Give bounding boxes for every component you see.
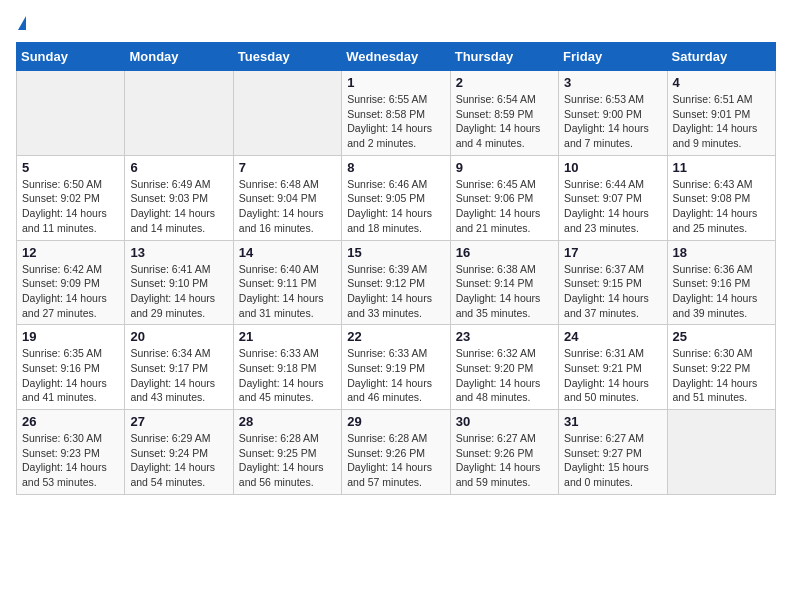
day-info: Sunrise: 6:29 AMSunset: 9:24 PMDaylight:… (130, 431, 227, 490)
day-number: 6 (130, 160, 227, 175)
day-header-monday: Monday (125, 43, 233, 71)
day-number: 16 (456, 245, 553, 260)
day-number: 21 (239, 329, 336, 344)
calendar-week-4: 19Sunrise: 6:35 AMSunset: 9:16 PMDayligh… (17, 325, 776, 410)
page-header (16, 16, 776, 30)
day-number: 30 (456, 414, 553, 429)
calendar-cell: 14Sunrise: 6:40 AMSunset: 9:11 PMDayligh… (233, 240, 341, 325)
day-info: Sunrise: 6:37 AMSunset: 9:15 PMDaylight:… (564, 262, 661, 321)
day-info: Sunrise: 6:40 AMSunset: 9:11 PMDaylight:… (239, 262, 336, 321)
calendar-cell: 11Sunrise: 6:43 AMSunset: 9:08 PMDayligh… (667, 155, 775, 240)
day-info: Sunrise: 6:42 AMSunset: 9:09 PMDaylight:… (22, 262, 119, 321)
calendar-cell (667, 410, 775, 495)
calendar-cell: 12Sunrise: 6:42 AMSunset: 9:09 PMDayligh… (17, 240, 125, 325)
calendar-cell: 20Sunrise: 6:34 AMSunset: 9:17 PMDayligh… (125, 325, 233, 410)
day-number: 18 (673, 245, 770, 260)
day-number: 4 (673, 75, 770, 90)
calendar-cell: 9Sunrise: 6:45 AMSunset: 9:06 PMDaylight… (450, 155, 558, 240)
day-info: Sunrise: 6:46 AMSunset: 9:05 PMDaylight:… (347, 177, 444, 236)
day-number: 24 (564, 329, 661, 344)
day-header-saturday: Saturday (667, 43, 775, 71)
day-info: Sunrise: 6:45 AMSunset: 9:06 PMDaylight:… (456, 177, 553, 236)
calendar-week-2: 5Sunrise: 6:50 AMSunset: 9:02 PMDaylight… (17, 155, 776, 240)
day-number: 12 (22, 245, 119, 260)
day-info: Sunrise: 6:36 AMSunset: 9:16 PMDaylight:… (673, 262, 770, 321)
calendar-cell: 10Sunrise: 6:44 AMSunset: 9:07 PMDayligh… (559, 155, 667, 240)
calendar-cell: 26Sunrise: 6:30 AMSunset: 9:23 PMDayligh… (17, 410, 125, 495)
day-info: Sunrise: 6:33 AMSunset: 9:19 PMDaylight:… (347, 346, 444, 405)
calendar-cell: 2Sunrise: 6:54 AMSunset: 8:59 PMDaylight… (450, 71, 558, 156)
calendar-table: SundayMondayTuesdayWednesdayThursdayFrid… (16, 42, 776, 495)
calendar-cell: 15Sunrise: 6:39 AMSunset: 9:12 PMDayligh… (342, 240, 450, 325)
day-header-thursday: Thursday (450, 43, 558, 71)
calendar-cell: 6Sunrise: 6:49 AMSunset: 9:03 PMDaylight… (125, 155, 233, 240)
day-number: 26 (22, 414, 119, 429)
day-number: 31 (564, 414, 661, 429)
day-info: Sunrise: 6:35 AMSunset: 9:16 PMDaylight:… (22, 346, 119, 405)
day-info: Sunrise: 6:28 AMSunset: 9:25 PMDaylight:… (239, 431, 336, 490)
day-info: Sunrise: 6:30 AMSunset: 9:23 PMDaylight:… (22, 431, 119, 490)
calendar-cell: 29Sunrise: 6:28 AMSunset: 9:26 PMDayligh… (342, 410, 450, 495)
day-info: Sunrise: 6:31 AMSunset: 9:21 PMDaylight:… (564, 346, 661, 405)
day-number: 8 (347, 160, 444, 175)
calendar-cell: 27Sunrise: 6:29 AMSunset: 9:24 PMDayligh… (125, 410, 233, 495)
calendar-cell: 4Sunrise: 6:51 AMSunset: 9:01 PMDaylight… (667, 71, 775, 156)
calendar-cell (233, 71, 341, 156)
day-header-sunday: Sunday (17, 43, 125, 71)
calendar-cell: 18Sunrise: 6:36 AMSunset: 9:16 PMDayligh… (667, 240, 775, 325)
day-number: 10 (564, 160, 661, 175)
day-info: Sunrise: 6:41 AMSunset: 9:10 PMDaylight:… (130, 262, 227, 321)
logo-triangle-icon (18, 16, 26, 30)
day-info: Sunrise: 6:51 AMSunset: 9:01 PMDaylight:… (673, 92, 770, 151)
day-info: Sunrise: 6:44 AMSunset: 9:07 PMDaylight:… (564, 177, 661, 236)
day-info: Sunrise: 6:27 AMSunset: 9:26 PMDaylight:… (456, 431, 553, 490)
day-number: 29 (347, 414, 444, 429)
calendar-week-3: 12Sunrise: 6:42 AMSunset: 9:09 PMDayligh… (17, 240, 776, 325)
calendar-cell: 24Sunrise: 6:31 AMSunset: 9:21 PMDayligh… (559, 325, 667, 410)
day-number: 20 (130, 329, 227, 344)
day-number: 19 (22, 329, 119, 344)
day-number: 22 (347, 329, 444, 344)
day-number: 5 (22, 160, 119, 175)
calendar-week-1: 1Sunrise: 6:55 AMSunset: 8:58 PMDaylight… (17, 71, 776, 156)
day-number: 2 (456, 75, 553, 90)
calendar-header-row: SundayMondayTuesdayWednesdayThursdayFrid… (17, 43, 776, 71)
day-info: Sunrise: 6:55 AMSunset: 8:58 PMDaylight:… (347, 92, 444, 151)
day-number: 28 (239, 414, 336, 429)
calendar-cell: 16Sunrise: 6:38 AMSunset: 9:14 PMDayligh… (450, 240, 558, 325)
day-number: 17 (564, 245, 661, 260)
calendar-cell: 31Sunrise: 6:27 AMSunset: 9:27 PMDayligh… (559, 410, 667, 495)
day-info: Sunrise: 6:27 AMSunset: 9:27 PMDaylight:… (564, 431, 661, 490)
day-info: Sunrise: 6:30 AMSunset: 9:22 PMDaylight:… (673, 346, 770, 405)
day-number: 27 (130, 414, 227, 429)
day-number: 3 (564, 75, 661, 90)
day-number: 7 (239, 160, 336, 175)
day-info: Sunrise: 6:28 AMSunset: 9:26 PMDaylight:… (347, 431, 444, 490)
day-info: Sunrise: 6:53 AMSunset: 9:00 PMDaylight:… (564, 92, 661, 151)
calendar-cell: 1Sunrise: 6:55 AMSunset: 8:58 PMDaylight… (342, 71, 450, 156)
calendar-cell: 21Sunrise: 6:33 AMSunset: 9:18 PMDayligh… (233, 325, 341, 410)
day-info: Sunrise: 6:34 AMSunset: 9:17 PMDaylight:… (130, 346, 227, 405)
day-number: 25 (673, 329, 770, 344)
day-header-tuesday: Tuesday (233, 43, 341, 71)
day-info: Sunrise: 6:33 AMSunset: 9:18 PMDaylight:… (239, 346, 336, 405)
calendar-cell: 19Sunrise: 6:35 AMSunset: 9:16 PMDayligh… (17, 325, 125, 410)
calendar-cell: 3Sunrise: 6:53 AMSunset: 9:00 PMDaylight… (559, 71, 667, 156)
calendar-cell: 22Sunrise: 6:33 AMSunset: 9:19 PMDayligh… (342, 325, 450, 410)
day-info: Sunrise: 6:49 AMSunset: 9:03 PMDaylight:… (130, 177, 227, 236)
day-number: 23 (456, 329, 553, 344)
calendar-cell: 25Sunrise: 6:30 AMSunset: 9:22 PMDayligh… (667, 325, 775, 410)
day-info: Sunrise: 6:38 AMSunset: 9:14 PMDaylight:… (456, 262, 553, 321)
calendar-cell: 17Sunrise: 6:37 AMSunset: 9:15 PMDayligh… (559, 240, 667, 325)
calendar-cell: 30Sunrise: 6:27 AMSunset: 9:26 PMDayligh… (450, 410, 558, 495)
day-info: Sunrise: 6:54 AMSunset: 8:59 PMDaylight:… (456, 92, 553, 151)
calendar-cell: 8Sunrise: 6:46 AMSunset: 9:05 PMDaylight… (342, 155, 450, 240)
day-info: Sunrise: 6:48 AMSunset: 9:04 PMDaylight:… (239, 177, 336, 236)
calendar-cell (17, 71, 125, 156)
day-header-friday: Friday (559, 43, 667, 71)
calendar-cell (125, 71, 233, 156)
calendar-cell: 5Sunrise: 6:50 AMSunset: 9:02 PMDaylight… (17, 155, 125, 240)
calendar-cell: 7Sunrise: 6:48 AMSunset: 9:04 PMDaylight… (233, 155, 341, 240)
day-header-wednesday: Wednesday (342, 43, 450, 71)
day-number: 11 (673, 160, 770, 175)
